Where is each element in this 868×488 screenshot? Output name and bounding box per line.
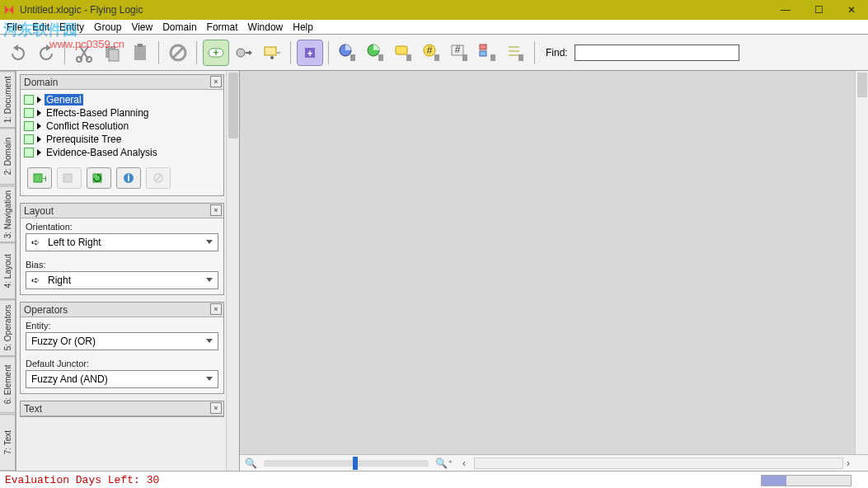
expand-icon[interactable] bbox=[37, 110, 41, 116]
domain-item-general[interactable]: General bbox=[24, 93, 220, 106]
menubar: File Edit Entity Group View Domain Forma… bbox=[0, 20, 868, 35]
domain-item-prerequisite[interactable]: Prerequisite Tree bbox=[24, 133, 220, 146]
confidence-blue-button[interactable] bbox=[335, 40, 361, 66]
svg-rect-19 bbox=[396, 46, 407, 54]
domain-icon bbox=[24, 134, 34, 144]
multi-view-button[interactable] bbox=[475, 40, 501, 66]
svg-text:#: # bbox=[427, 45, 433, 56]
vtab-element[interactable]: 6: Element bbox=[0, 356, 16, 413]
redo-button[interactable] bbox=[33, 40, 59, 66]
menu-format[interactable]: Format bbox=[202, 21, 243, 34]
add-node-button[interactable] bbox=[231, 40, 257, 66]
entity-id-button[interactable]: # bbox=[419, 40, 445, 66]
scroll-right-icon[interactable]: › bbox=[847, 458, 850, 469]
zoom-slider-handle[interactable] bbox=[353, 457, 358, 470]
menu-window[interactable]: Window bbox=[243, 21, 289, 34]
svg-text:+: + bbox=[43, 173, 46, 184]
domain-item-evidence[interactable]: Evidence-Based Analysis bbox=[24, 146, 220, 159]
vtab-document[interactable]: 1: Document bbox=[0, 71, 16, 128]
domain-item-conflict[interactable]: Conflict Resolution bbox=[24, 120, 220, 133]
toolbar-separator bbox=[64, 41, 66, 64]
operators-panel-header: Operators × bbox=[21, 303, 223, 317]
new-domain-button[interactable]: + bbox=[27, 167, 52, 189]
layout-panel-close-icon[interactable]: × bbox=[210, 204, 222, 216]
menu-edit[interactable]: Edit bbox=[27, 21, 54, 34]
canvas-vertical-scrollbar[interactable] bbox=[855, 71, 868, 454]
domain-item-label: Conflict Resolution bbox=[45, 120, 130, 132]
add-group-button[interactable] bbox=[259, 40, 285, 66]
expand-icon[interactable] bbox=[37, 136, 41, 143]
minimize-button[interactable]: — bbox=[769, 0, 802, 20]
entity-select[interactable]: Fuzzy Or (OR) bbox=[26, 332, 218, 350]
sidebar-scrollbar[interactable] bbox=[226, 71, 239, 471]
svg-point-10 bbox=[237, 49, 245, 57]
zoom-out-icon[interactable]: 🔍 bbox=[245, 458, 257, 469]
menu-view[interactable]: View bbox=[126, 21, 157, 34]
text-panel-close-icon[interactable]: × bbox=[210, 402, 222, 414]
orientation-select[interactable]: ➪ Left to Right bbox=[26, 233, 218, 251]
expand-icon[interactable] bbox=[37, 96, 41, 103]
paste-button[interactable] bbox=[127, 40, 153, 66]
svg-rect-29 bbox=[490, 54, 495, 61]
junctor-label: Default Junctor: bbox=[21, 355, 223, 370]
domain-panel: Domain × General Effects-Based Planning bbox=[20, 74, 224, 196]
vtab-navigation[interactable]: 3: Navigation bbox=[0, 185, 16, 242]
canvas-horizontal-scrollbar[interactable] bbox=[474, 458, 843, 469]
find-input[interactable] bbox=[575, 45, 739, 61]
block-button[interactable] bbox=[165, 40, 191, 66]
svg-rect-23 bbox=[434, 54, 439, 61]
vtab-domain[interactable]: 2: Domain bbox=[0, 128, 16, 185]
sidebar: Domain × General Effects-Based Planning bbox=[16, 71, 239, 471]
junctor-select[interactable]: Fuzzy And (AND) bbox=[26, 370, 218, 388]
cut-button[interactable] bbox=[71, 40, 97, 66]
svg-rect-26 bbox=[462, 54, 467, 61]
expand-icon[interactable] bbox=[37, 123, 41, 129]
find-label: Find: bbox=[546, 47, 568, 59]
zoom-in-icon[interactable]: 🔍⁺ bbox=[435, 458, 453, 469]
bias-select[interactable]: ➪ Right bbox=[26, 271, 218, 289]
entity-hash-button[interactable]: # bbox=[447, 40, 473, 66]
vtab-layout[interactable]: 4: Layout bbox=[0, 242, 16, 299]
svg-rect-11 bbox=[265, 47, 276, 55]
titlebar: Untitled.xlogic - Flying Logic — ☐ ✕ bbox=[0, 0, 868, 20]
scroll-left-icon[interactable]: ‹ bbox=[462, 458, 466, 469]
domain-item-label: Effects-Based Planning bbox=[45, 107, 151, 119]
domain-item-label: Evidence-Based Analysis bbox=[45, 147, 159, 158]
text-panel-header: Text × bbox=[21, 401, 223, 416]
copy-button[interactable] bbox=[99, 40, 125, 66]
menu-file[interactable]: File bbox=[2, 21, 27, 34]
maximize-button[interactable]: ☐ bbox=[802, 0, 835, 20]
menu-group[interactable]: Group bbox=[89, 21, 126, 34]
domain-item-effects[interactable]: Effects-Based Planning bbox=[24, 106, 220, 120]
confidence-yellow-button[interactable] bbox=[391, 40, 417, 66]
vtab-operators[interactable]: 5: Operators bbox=[0, 299, 16, 356]
layout-lines-button[interactable] bbox=[503, 40, 529, 66]
domain-panel-close-icon[interactable]: × bbox=[210, 76, 222, 87]
undo-button[interactable] bbox=[5, 40, 31, 66]
menu-entity[interactable]: Entity bbox=[54, 21, 89, 34]
info-domain-button[interactable]: i bbox=[116, 167, 141, 189]
scrollbar-thumb[interactable] bbox=[228, 73, 238, 138]
close-button[interactable]: ✕ bbox=[835, 0, 868, 20]
domain-buttons: + i bbox=[21, 162, 223, 195]
domain-list: General Effects-Based Planning Conflict … bbox=[21, 90, 223, 162]
scrollbar-thumb[interactable] bbox=[857, 73, 867, 97]
svg-point-0 bbox=[77, 57, 82, 62]
operators-panel-close-icon[interactable]: × bbox=[210, 303, 222, 315]
svg-point-12 bbox=[270, 56, 274, 59]
menu-domain[interactable]: Domain bbox=[157, 21, 201, 34]
layout-panel-header: Layout × bbox=[21, 204, 223, 218]
expand-icon[interactable] bbox=[37, 149, 41, 156]
vtab-text[interactable]: 7: Text bbox=[0, 414, 16, 471]
svg-text:+: + bbox=[307, 48, 312, 59]
confidence-green-button[interactable] bbox=[363, 40, 389, 66]
collapse-button[interactable]: + bbox=[297, 40, 323, 66]
toolbar-separator bbox=[158, 41, 160, 64]
status-progress bbox=[761, 475, 852, 486]
add-entity-button[interactable]: + bbox=[203, 40, 229, 66]
svg-rect-5 bbox=[138, 44, 143, 47]
zoom-slider[interactable] bbox=[264, 460, 429, 467]
refresh-domain-button[interactable] bbox=[87, 167, 111, 189]
menu-help[interactable]: Help bbox=[288, 21, 318, 34]
diagram-canvas[interactable] bbox=[240, 71, 868, 454]
